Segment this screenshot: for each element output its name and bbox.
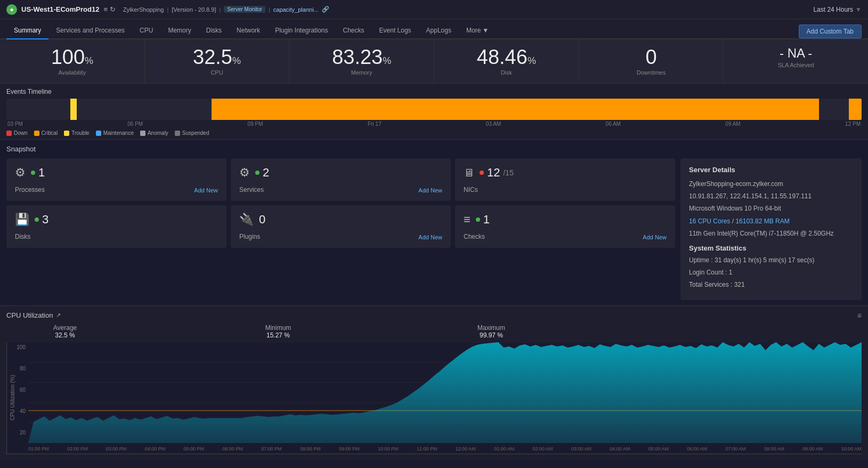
nav-disks[interactable]: Disks [199,22,229,39]
events-timeline: Events Timeline 03 PM 06 PM 09 PM Fri 17… [0,84,868,140]
legend-down: Down [6,130,28,136]
snapshot-card-processes: ⚙ 1 Processes Add New [6,158,226,201]
timeline-legend: Down Critical Trouble Maintenance Anomal… [6,130,862,136]
cpu-menu-icon[interactable]: ≡ [857,311,862,320]
server-details-panel: Server Details ZylkerShopping-ecom.zylke… [680,158,862,300]
timeline-chart[interactable] [6,99,862,120]
breadcrumb-server-monitor[interactable]: Server Monitor [224,6,265,13]
plugins-add-new[interactable]: Add New [418,234,442,240]
services-status-dot [255,171,259,175]
snapshot-card-nics: 🖥 12 /15 NICs [455,158,675,201]
chart-svg-container [28,342,862,443]
nics-label: NICs [464,186,478,193]
snapshot-row-2: 💾 3 Disks 🔌 0 [6,205,675,248]
cpu-stat-average: Average 32.5 % [6,324,124,339]
legend-suspended: Suspended [175,130,209,136]
nav-applogs[interactable]: AppLogs [419,22,459,39]
nics-icon: 🖥 [464,167,474,179]
plugins-label: Plugins [239,233,260,240]
snapshot-card-disks: 💾 3 Disks [6,205,226,248]
time-range-selector[interactable]: Last 24 Hours ▼ [813,6,862,13]
processes-status-dot [31,171,35,175]
external-link-icon[interactable]: ↗ [56,312,61,319]
nav-summary[interactable]: Summary [6,22,48,39]
cpu-header: CPU Utilization ↗ ≡ [6,311,862,320]
stat-availability: 100% Availability [0,39,145,83]
disks-label: Disks [15,233,30,240]
chart-x-labels: 01:00 PM 02:00 PM 03:00 PM 04:00 PM 05:0… [28,444,862,454]
nav-network[interactable]: Network [229,22,267,39]
server-title: US-West1-EComProd12 [21,5,99,13]
nics-count: 12 [487,166,500,180]
nav-cpu[interactable]: CPU [132,22,160,39]
disks-icon: 💾 [15,213,29,227]
nics-total: /15 [503,168,513,177]
snapshot-section: Snapshot ⚙ 1 Processes Add New [0,140,868,305]
nav-more[interactable]: More ▼ [459,22,496,38]
legend-maintenance: Maintenance [96,130,134,136]
nav-plugin[interactable]: Plugin Integrations [267,22,335,39]
snapshot-card-plugins: 🔌 0 Plugins Add New [231,205,451,248]
snapshot-card-services: ⚙ 2 Services Add New [231,158,451,201]
nav-checks[interactable]: Checks [336,22,372,39]
server-details-title: Server Details [689,166,853,174]
stat-disk: 48.46% Disk [434,39,579,83]
services-add-new[interactable]: Add New [418,187,442,193]
snapshot-row-1: ⚙ 1 Processes Add New ⚙ [6,158,675,201]
plugins-count: 0 [259,213,265,227]
server-total-services: Total Services : 321 [689,280,853,290]
timeline-critical-end-bar [849,99,862,120]
breadcrumb-version: [Version - 20.8.9] [172,6,216,13]
svg-marker-7 [28,342,862,443]
nav-services[interactable]: Services and Processes [48,22,132,39]
server-ips: 10.91.81.267, 122.41.154.1, 11.55.197.11… [689,191,853,201]
stats-bar: 100% Availability 32.5% CPU 83.23% Memor… [0,39,868,84]
checks-status-dot [476,217,480,222]
nav-memory[interactable]: Memory [160,22,198,39]
server-login-count: Login Count : 1 [689,268,853,278]
disks-count: 3 [42,213,48,227]
cpu-stat-minimum: Minimum 15.27 % [220,324,337,339]
services-icon: ⚙ [239,166,250,180]
nav-eventlogs[interactable]: Event Logs [372,22,419,39]
ram-link[interactable]: 16103.82 MB RAM [735,217,789,225]
nav-right: Add Custom Tab [799,25,862,38]
nav-bar: Summary Services and Processes CPU Memor… [0,19,868,39]
breadcrumb-zylker[interactable]: ZylkerShopping [123,6,164,13]
processes-icon: ⚙ [15,166,26,180]
legend-anomaly: Anomaly [140,130,168,136]
server-resources: 16 CPU Cores / 16103.82 MB RAM [689,216,853,227]
plugins-icon: 🔌 [239,213,254,227]
breadcrumb-link-icon[interactable]: 🔗 [322,6,329,13]
events-timeline-title: Events Timeline [6,88,862,95]
server-os: Microsoft Windows 10 Pro 64-bit [689,204,853,214]
processes-label: Processes [15,186,45,193]
cpu-cores-link[interactable]: 16 CPU Cores [689,217,730,225]
time-range-arrow: ▼ [855,6,862,13]
nics-status-dot [480,171,484,175]
refresh-icon[interactable]: ↻ [110,5,116,13]
checks-icon: ≡ [464,213,470,227]
snapshot-title: Snapshot [6,145,862,153]
cpu-utilization-section: CPU Utilization ↗ ≡ Average 32.5 % Minim… [0,305,868,459]
processes-add-new[interactable]: Add New [194,187,218,193]
top-bar-right: Last 24 Hours ▼ [813,6,862,13]
timeline-trouble-bar [70,99,76,120]
breadcrumb-capacity[interactable]: capacity_planni... [273,6,319,13]
processes-count: 1 [38,166,45,180]
top-bar: ● US-West1-EComProd12 ≡ ↻ ZylkerShopping… [0,0,868,19]
checks-label: Checks [464,233,485,240]
stat-memory: 83.23% Memory [289,39,434,83]
add-custom-tab-button[interactable]: Add Custom Tab [799,25,862,38]
disks-status-dot [35,217,39,222]
cpu-chart-svg [28,342,862,443]
checks-add-new[interactable]: Add New [643,234,667,240]
stat-cpu: 32.5% CPU [145,39,290,83]
app-logo: ● [6,4,17,15]
server-hostname: ZylkerShopping-ecom.zylker.com [689,179,853,189]
snapshot-grid: ⚙ 1 Processes Add New ⚙ [6,158,862,300]
cpu-stats-row: Average 32.5 % Minimum 15.27 % Maximum 9… [6,324,862,339]
menu-icon[interactable]: ≡ [103,5,108,13]
time-range-label: Last 24 Hours [813,6,853,13]
checks-count: 1 [483,213,490,227]
